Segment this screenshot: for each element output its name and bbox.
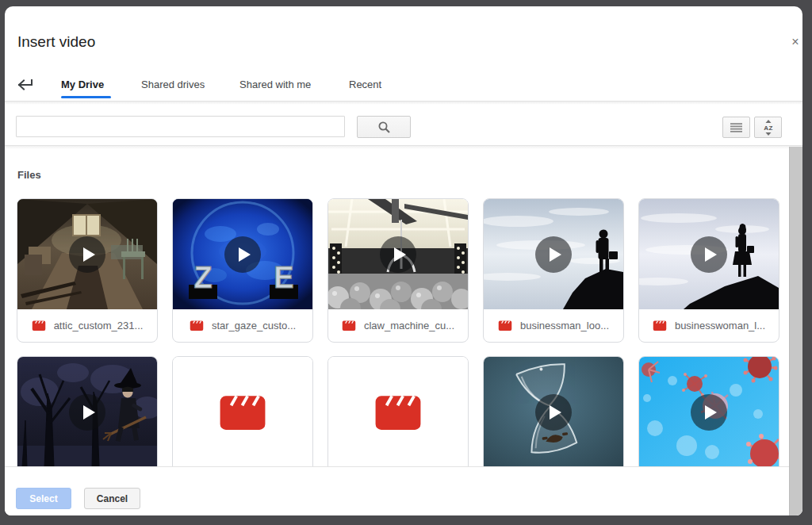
file-name: claw_machine_cu...: [364, 320, 454, 331]
list-view-icon: [730, 123, 742, 132]
tab-recent[interactable]: Recent: [349, 75, 381, 93]
vertical-scrollbar[interactable]: [789, 147, 802, 515]
play-icon: [69, 236, 105, 273]
cancel-button[interactable]: Cancel: [84, 488, 140, 509]
sort-az-button[interactable]: AZ: [754, 117, 782, 138]
file-card-businessman[interactable]: businessman_loo...: [483, 198, 624, 343]
video-file-icon: [653, 320, 667, 331]
file-name: attic_custom_231...: [54, 320, 144, 331]
video-thumbnail-claw: [328, 199, 468, 309]
clapperboard-icon: [218, 392, 267, 433]
file-card-businesswoman[interactable]: businesswoman_l...: [638, 198, 779, 343]
play-icon: [69, 394, 105, 431]
tab-shared-drives[interactable]: Shared drives: [141, 75, 205, 93]
video-placeholder: [328, 357, 468, 467]
video-thumbnail-businessman: [484, 199, 623, 309]
back-arrow-icon[interactable]: [16, 76, 35, 92]
video-thumbnail-hourglass: [484, 357, 623, 467]
play-icon: [535, 236, 572, 273]
video-thumbnail-star: Z E: [173, 199, 312, 309]
svg-text:AZ: AZ: [764, 125, 773, 132]
file-name: businesswoman_l...: [675, 320, 765, 331]
list-view-button[interactable]: [722, 117, 750, 138]
file-card-claw-machine[interactable]: claw_machine_cu...: [327, 198, 469, 343]
svg-text:Z: Z: [193, 261, 212, 294]
svg-text:E: E: [274, 261, 293, 294]
play-icon: [380, 236, 416, 273]
video-thumbnail-witch: [17, 357, 157, 467]
dialog-title: Insert video: [17, 33, 95, 51]
sort-az-icon: AZ: [763, 120, 774, 136]
active-tab-underline: [61, 96, 111, 98]
file-card-star-gaze[interactable]: Z E star_gaze_custo...: [172, 198, 313, 343]
video-thumbnail-attic: [17, 199, 157, 309]
file-card-attic[interactable]: attic_custom_231...: [17, 198, 158, 343]
play-icon: [691, 236, 727, 273]
play-icon: [535, 394, 572, 431]
search-icon: [377, 121, 391, 134]
tab-shared-with-me[interactable]: Shared with me: [239, 75, 311, 93]
tab-my-drive[interactable]: My Drive: [61, 75, 104, 93]
close-icon[interactable]: ×: [788, 35, 802, 49]
file-name: businessman_loo...: [520, 320, 609, 331]
select-button[interactable]: Select: [16, 488, 71, 509]
video-thumbnail-businesswoman: [639, 199, 779, 309]
video-file-icon: [32, 320, 46, 331]
insert-video-dialog: Insert video × My Drive Shared drives Sh…: [5, 6, 802, 515]
window-frame: Insert video × My Drive Shared drives Sh…: [0, 0, 812, 525]
dialog-footer: Select Cancel: [5, 466, 802, 515]
video-file-icon: [342, 320, 356, 331]
video-thumbnail-virus: [639, 357, 779, 467]
clapperboard-icon: [373, 392, 423, 433]
video-placeholder: [173, 357, 312, 467]
video-file-icon: [498, 320, 512, 331]
play-icon: [224, 236, 261, 273]
video-file-icon: [190, 320, 204, 331]
search-button[interactable]: [357, 116, 411, 138]
file-name: star_gaze_custo...: [212, 320, 296, 331]
search-input[interactable]: [16, 116, 345, 137]
files-heading: Files: [17, 169, 41, 181]
play-icon: [691, 394, 727, 431]
